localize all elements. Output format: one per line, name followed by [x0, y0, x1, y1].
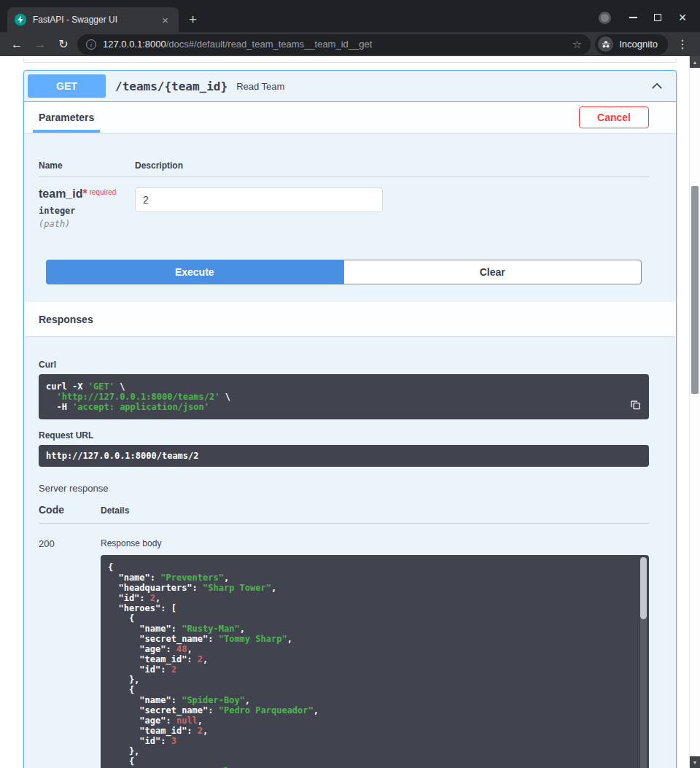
tab-title: FastAPI - Swagger UI — [33, 15, 152, 25]
parameter-row: team_id*required integer (path) — [39, 177, 649, 229]
required-label: required — [90, 188, 117, 196]
opblock-get-team: GET /teams/{team_id} Read Team Parameter… — [23, 70, 677, 768]
forward-button[interactable]: → — [31, 35, 50, 54]
column-details: Details — [101, 505, 649, 516]
code-line: -H 'accept: application/json' — [46, 402, 642, 412]
copy-icon[interactable] — [628, 397, 642, 412]
new-tab-button[interactable]: + — [179, 12, 207, 32]
responses-section: Curl curl -X 'GET' \ 'http://127.0.0.1:8… — [24, 336, 676, 768]
code-line: { — [108, 756, 631, 767]
code-line: "name": "Rusty-Man", — [108, 624, 631, 634]
parameter-name-cell: team_id*required integer (path) — [39, 187, 135, 229]
parameters-title: Parameters — [39, 112, 94, 123]
code-line: "name": "Spider-Boy", — [108, 695, 631, 705]
code-line: 'http://127.0.0.1:8000/teams/2' \ — [46, 392, 642, 402]
page-scrollbar-thumb[interactable] — [691, 186, 699, 394]
status-code: 200 — [39, 538, 101, 768]
curl-label: Curl — [39, 360, 649, 370]
parameters-table-head: Name Description — [39, 133, 649, 177]
code-line: "age": null, — [108, 715, 631, 726]
tab-strip: FastAPI - Swagger UI × + × — [0, 0, 700, 32]
url-host: 127.0.0.1:8000 — [103, 39, 166, 50]
code-line: "heroes": [ — [108, 603, 631, 613]
collapse-chevron-icon[interactable] — [650, 79, 664, 93]
column-name: Name — [39, 160, 135, 171]
scroll-down-arrow-icon[interactable]: ▼ — [690, 756, 700, 768]
response-details-cell: Response body { "name": "Preventers", "h… — [101, 538, 649, 768]
curl-code: curl -X 'GET' \ 'http://127.0.0.1:8000/t… — [46, 381, 642, 412]
bookmark-star-icon[interactable]: ☆ — [572, 38, 582, 51]
opblock-summary[interactable]: GET /teams/{team_id} Read Team — [24, 71, 676, 101]
code-line: curl -X 'GET' \ — [46, 381, 642, 392]
code-line: "secret_name": "Tommy Sharp", — [108, 634, 631, 644]
curl-block: curl -X 'GET' \ 'http://127.0.0.1:8000/t… — [39, 374, 649, 419]
code-line: { — [108, 685, 631, 695]
code-line: "id": 2, — [108, 593, 631, 603]
response-body-label: Response body — [101, 538, 649, 548]
page-info-icon[interactable] — [86, 39, 96, 50]
code-line: }, — [108, 675, 631, 685]
execute-button[interactable]: Execute — [46, 260, 343, 284]
request-url-label: Request URL — [39, 430, 649, 441]
page-scrollbar[interactable]: ▲ ▼ — [689, 56, 700, 768]
tab-parameters: Parameters — [33, 102, 100, 133]
column-description: Description — [135, 160, 649, 171]
scroll-up-arrow-icon[interactable]: ▲ — [690, 56, 700, 68]
incognito-label: Incognito — [619, 39, 658, 50]
code-line: "id": 3 — [108, 736, 631, 746]
response-body-scrollbar-thumb[interactable] — [640, 557, 647, 619]
column-code: Code — [39, 504, 101, 516]
required-star: * — [82, 187, 87, 200]
url-text[interactable]: 127.0.0.1:8000/docs#/default/read_team_t… — [103, 39, 566, 50]
back-button[interactable]: ← — [7, 35, 26, 54]
method-badge: GET — [28, 74, 106, 98]
code-line: "name": "Preventers", — [108, 573, 631, 583]
execute-row: Execute Clear — [24, 260, 676, 302]
url-path: /docs#/default/read_team_teams__team_id_… — [166, 39, 373, 50]
minimize-button[interactable] — [624, 9, 642, 26]
server-response-label: Server response — [39, 483, 649, 494]
parameter-name: team_id — [39, 187, 82, 200]
responses-header: Responses — [24, 302, 676, 336]
clear-button[interactable]: Clear — [343, 260, 642, 284]
endpoint-summary: Read Team — [236, 81, 284, 92]
code-line: "age": 48, — [108, 644, 631, 654]
responses-title: Responses — [39, 314, 93, 325]
request-url-value: http://127.0.0.1:8000/teams/2 — [39, 445, 649, 467]
browser-toolbar: ← → ↻ 127.0.0.1:8000/docs#/default/read_… — [0, 32, 700, 56]
code-line: "secret_name": "Pedro Parqueador", — [108, 705, 631, 715]
response-row: 200 Response body { "name": "Preventers"… — [39, 524, 649, 768]
parameters-table: Name Description team_id*required intege… — [24, 133, 676, 260]
code-line: { — [108, 562, 631, 573]
fastapi-favicon-icon — [15, 14, 26, 26]
reload-button[interactable]: ↻ — [54, 35, 73, 54]
browser-tab[interactable]: FastAPI - Swagger UI × — [7, 7, 179, 32]
endpoint-path: /teams/{team_id} — [115, 79, 228, 93]
incognito-icon — [598, 36, 613, 52]
address-bar[interactable]: 127.0.0.1:8000/docs#/default/read_team_t… — [77, 34, 591, 55]
code-line: { — [108, 613, 631, 624]
parameters-header: Parameters Cancel — [24, 102, 676, 133]
profile-icon[interactable] — [599, 12, 611, 24]
window-controls: × — [599, 9, 700, 32]
incognito-badge: Incognito — [595, 34, 668, 55]
cancel-button[interactable]: Cancel — [579, 106, 649, 128]
team-id-input[interactable] — [135, 187, 383, 212]
code-line: "team_id": 2, — [108, 654, 631, 664]
swagger-page: GET /teams/{team_id} Read Team Parameter… — [0, 56, 689, 768]
tab-close-icon[interactable]: × — [159, 13, 171, 27]
code-line: }, — [108, 746, 631, 756]
code-line: "headquarters": "Sharp Tower", — [108, 583, 631, 593]
opblock-body: Parameters Cancel Name Description team_… — [24, 101, 676, 768]
parameter-type: integer — [39, 206, 135, 216]
browser-menu-icon[interactable]: ⋮ — [672, 37, 693, 51]
browser-window: FastAPI - Swagger UI × + × ← → ↻ 127.0.0… — [0, 0, 700, 768]
response-table-head: Code Details — [39, 504, 649, 524]
window-close-button[interactable]: × — [674, 9, 691, 26]
code-line: "id": 2 — [108, 664, 631, 675]
previous-section-edge — [23, 58, 677, 63]
response-body-scrollbar[interactable] — [640, 557, 647, 768]
code-line: "team_id": 2, — [108, 726, 631, 736]
parameter-description-cell — [135, 187, 649, 229]
maximize-button[interactable] — [649, 9, 666, 26]
